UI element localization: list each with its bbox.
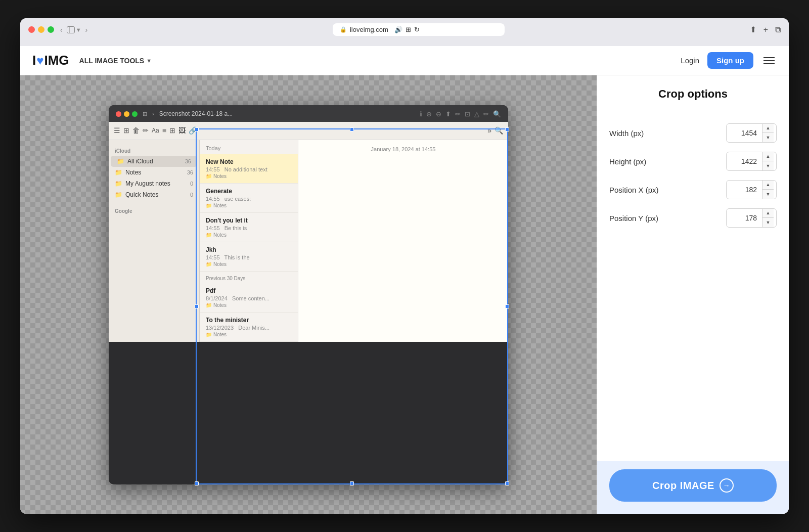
position-x-input-wrap: ▲ ▼ — [726, 180, 777, 199]
logo: I ♥ IMG — [32, 53, 69, 68]
traffic-light-green[interactable] — [48, 26, 54, 33]
logo-area: I ♥ IMG ALL IMAGE TOOLS ▼ — [32, 53, 152, 68]
traffic-light-yellow[interactable] — [38, 26, 44, 33]
inner-edit-icon: △ — [474, 110, 479, 118]
sidebar-item-notes[interactable]: 📁 Notes 36 — [109, 167, 199, 178]
traffic-light-red[interactable] — [28, 26, 35, 33]
note-meta-jkh: 14:55 This is the — [206, 254, 292, 260]
browser-actions: ⬆ + ⧉ — [750, 25, 781, 34]
width-input[interactable] — [727, 125, 762, 141]
folder-icon-note3: 📁 — [206, 232, 212, 238]
notes-sidebar: iCloud 📁 All iCloud 36 — [109, 140, 200, 342]
note-folder-minister: 📁 Notes — [206, 332, 292, 337]
note-folder-dont: 📁 Notes — [206, 232, 292, 238]
inner-info-icon: ℹ — [420, 110, 422, 118]
crop-button-icon: → — [720, 478, 734, 493]
notes-list-icon: ☰ — [114, 126, 120, 135]
note-folder-label-jkh: Notes — [213, 261, 227, 267]
signup-button[interactable]: Sign up — [707, 52, 753, 69]
back-button[interactable]: ‹ — [60, 26, 63, 34]
note-meta-dont: 14:55 Be this is — [206, 225, 292, 231]
height-field-row: Height (px) ▲ ▼ — [609, 152, 777, 171]
position-x-stepper: ▲ ▼ — [762, 181, 774, 199]
height-increment-button[interactable]: ▲ — [762, 152, 774, 161]
position-y-increment-button[interactable]: ▲ — [762, 209, 774, 218]
sidebar-item-left: 📁 All iCloud — [117, 158, 153, 165]
width-label: Width (px) — [609, 129, 644, 138]
hamburger-menu[interactable] — [761, 55, 777, 66]
address-bar[interactable]: 🔒 iloveimg.com 🔊 ⊞ ↻ — [333, 23, 505, 36]
notes-toolbar: ☰ ⊞ 🗑 ✏ Aa ≡ ⊞ 🖼 🔗 » 🔍 — [109, 122, 508, 140]
refresh-icon[interactable]: ↻ — [414, 26, 420, 33]
height-label: Height (px) — [609, 157, 646, 166]
sidebar-item-quick-left: 📁 Quick Notes — [115, 191, 158, 198]
address-bar-wrap: 🔒 iloveimg.com 🔊 ⊞ ↻ — [94, 23, 743, 36]
browser-nav-controls: ‹ ▼ › — [60, 26, 87, 34]
note-item-minister[interactable]: To the minister 13/12/2023 Dear Minis...… — [200, 313, 298, 342]
notes-search-icon: 🔍 — [495, 126, 503, 135]
width-decrement-button[interactable]: ▼ — [762, 133, 774, 142]
crop-image-button[interactable]: Crop IMAGE → — [609, 469, 777, 502]
icloud-section-label: iCloud — [109, 146, 199, 156]
inner-titlebar: ⊞ › Screenshot 2024-01-18 a... ℹ ⊕ ⊖ ⬆ ✏… — [116, 110, 501, 118]
sidebar-count-august: 0 — [190, 181, 193, 187]
all-image-tools-nav[interactable]: ALL IMAGE TOOLS ▼ — [79, 57, 152, 65]
height-stepper: ▲ ▼ — [762, 152, 774, 170]
sidebar-item-august[interactable]: 📁 My August notes 0 — [109, 178, 199, 189]
tab-bar — [20, 41, 789, 46]
sidebar-item-august-left: 📁 My August notes — [115, 180, 170, 187]
note-item-pdf[interactable]: Pdf 8/1/2024 Some conten... 📁 Notes — [200, 283, 298, 313]
position-y-input[interactable] — [727, 210, 762, 226]
note-title-dont: Don't you let it — [206, 217, 292, 224]
inner-window-icon: ⊡ — [465, 110, 470, 118]
traffic-lights — [28, 26, 54, 33]
sidebar-item-all-icloud[interactable]: 📁 All iCloud 36 — [111, 156, 197, 167]
sidebar-item-quick[interactable]: 📁 Quick Notes 0 — [109, 189, 199, 200]
right-panel: Crop options Width (px) ▲ ▼ Height (px) — [597, 75, 789, 514]
note-meta-minister: 13/12/2023 Dear Minis... — [206, 325, 292, 331]
note-meta-generate: 14:55 use cases: — [206, 196, 292, 202]
share-icon[interactable]: ⬆ — [750, 25, 756, 34]
tabs-icon[interactable]: ⧉ — [775, 25, 781, 34]
nav-tools-label: ALL IMAGE TOOLS — [79, 57, 145, 65]
inner-arrow: › — [152, 111, 154, 117]
notes-font-icon: Aa — [152, 127, 159, 134]
hamburger-line-1 — [763, 57, 775, 58]
new-tab-icon[interactable]: + — [763, 25, 768, 34]
position-x-increment-button[interactable]: ▲ — [762, 181, 774, 190]
hamburger-line-3 — [763, 63, 775, 64]
inner-zoom-in-icon: ⊕ — [426, 110, 432, 118]
position-x-decrement-button[interactable]: ▼ — [762, 190, 774, 199]
forward-button[interactable]: › — [85, 26, 88, 34]
note-item-generate[interactable]: Generate 14:55 use cases: 📁 Notes — [200, 184, 298, 213]
position-y-decrement-button[interactable]: ▼ — [762, 218, 774, 227]
height-decrement-button[interactable]: ▼ — [762, 161, 774, 170]
main-content: ⊞ › Screenshot 2024-01-18 a... ℹ ⊕ ⊖ ⬆ ✏… — [20, 75, 789, 514]
note-folder-label-dont: Notes — [213, 232, 227, 238]
browser-titlebar: ‹ ▼ › 🔒 iloveimg.com 🔊 ⊞ ↻ ⬆ + — [28, 23, 781, 36]
note-item-dont-let[interactable]: Don't you let it 14:55 Be this is 📁 Note… — [200, 213, 298, 242]
width-increment-button[interactable]: ▲ — [762, 124, 774, 133]
notes-grid-icon: ⊞ — [123, 126, 129, 135]
note-folder-pdf: 📁 Notes — [206, 302, 292, 308]
browser-chrome: ‹ ▼ › 🔒 iloveimg.com 🔊 ⊞ ↻ ⬆ + — [20, 18, 789, 41]
note-folder-label-new: Notes — [213, 173, 227, 179]
position-x-input[interactable] — [727, 182, 762, 197]
inner-markup-icon: ✏ — [483, 110, 489, 118]
note-folder-label-generate: Notes — [213, 203, 227, 208]
folder-icon-note5: 📁 — [206, 302, 212, 308]
sidebar-toggle[interactable]: ▼ — [67, 26, 81, 33]
nav-arrow-icon: ▼ — [146, 58, 152, 64]
hamburger-line-2 — [763, 60, 775, 61]
logo-img: IMG — [44, 53, 69, 68]
inner-share-icon: ⬆ — [445, 110, 451, 118]
height-input[interactable] — [727, 154, 762, 169]
inner-pen-icon: ✏ — [455, 110, 461, 118]
note-item-new-note[interactable]: New Note 14:55 No additional text 📁 Note… — [200, 154, 298, 184]
inner-browser-chrome: ⊞ › Screenshot 2024-01-18 a... ℹ ⊕ ⊖ ⬆ ✏… — [109, 105, 508, 122]
login-button[interactable]: Login — [681, 56, 699, 65]
note-folder-jkh: 📁 Notes — [206, 261, 292, 267]
crop-options-title: Crop options — [609, 87, 777, 101]
notes-format-icon: ≡ — [162, 126, 166, 135]
note-item-jkh[interactable]: Jkh 14:55 This is the 📁 Notes — [200, 242, 298, 272]
